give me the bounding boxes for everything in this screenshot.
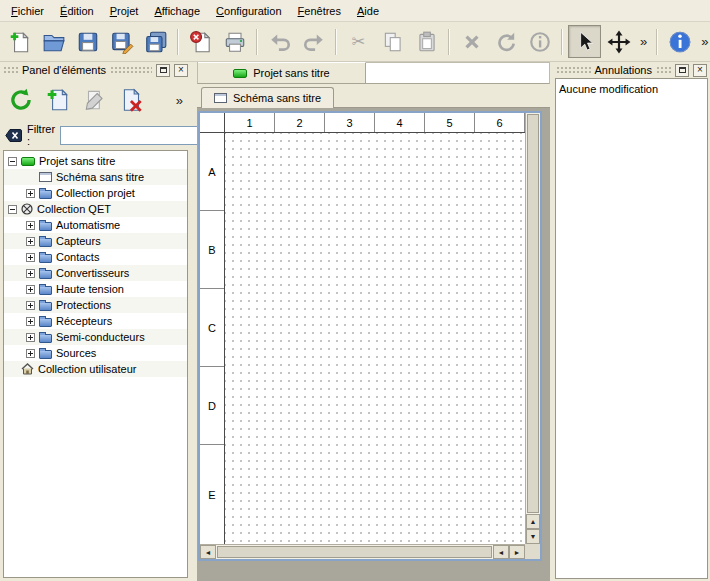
expand-icon[interactable] (26, 269, 35, 278)
menu-projet[interactable]: Projet (103, 2, 146, 20)
dock-grip[interactable] (656, 66, 671, 74)
tree-item-convertisseurs[interactable]: Convertisseurs (4, 265, 187, 281)
close-file-button[interactable] (184, 25, 217, 58)
filter-input[interactable] (60, 126, 210, 145)
open-folder-icon (42, 30, 66, 54)
help-toolbar-overflow-chevron[interactable]: » (697, 34, 710, 49)
elements-panel-dock: Panel d'éléments × (0, 62, 191, 581)
toolbar-separator (177, 29, 179, 55)
horizontal-scroll-thumb[interactable] (217, 546, 492, 558)
diagram-canvas[interactable] (225, 133, 525, 544)
save-button[interactable] (71, 25, 104, 58)
collapse-icon[interactable] (8, 157, 17, 166)
clear-filter-icon[interactable] (5, 128, 22, 143)
main-area: Panel d'éléments × (0, 62, 710, 581)
open-project-button[interactable] (37, 25, 70, 58)
folder-icon (39, 334, 52, 343)
pan-mode-button[interactable] (602, 25, 635, 58)
tree-item-protections[interactable]: Protections (4, 297, 187, 313)
expand-icon[interactable] (26, 189, 35, 198)
select-mode-button[interactable] (568, 25, 601, 58)
menu-edition[interactable]: Édition (53, 2, 101, 20)
close-dock-button[interactable]: × (174, 64, 188, 77)
tree-item-contacts[interactable]: Contacts (4, 249, 187, 265)
info-gray-icon (528, 30, 552, 54)
menu-configuration[interactable]: Configuration (209, 2, 288, 20)
copy-button[interactable] (376, 25, 409, 58)
reload-collections-button[interactable] (4, 83, 38, 117)
float-dock-button[interactable] (675, 64, 689, 77)
scroll-down-button[interactable]: ▼ (526, 529, 540, 544)
menu-fenetres[interactable]: Fenêtres (291, 2, 348, 20)
expand-icon[interactable] (26, 317, 35, 326)
tree-item-haute-tension[interactable]: Haute tension (4, 281, 187, 297)
tree-item-collection-projet[interactable]: Collection projet (4, 185, 187, 201)
expand-icon[interactable] (26, 333, 35, 342)
rotate-button[interactable] (489, 25, 522, 58)
edit-element-button[interactable] (78, 83, 112, 117)
redo-button[interactable] (297, 25, 330, 58)
copy-icon (381, 30, 405, 54)
element-info-button[interactable] (523, 25, 556, 58)
new-element-icon (45, 87, 71, 113)
tree-item-sources[interactable]: Sources (4, 345, 187, 361)
print-icon (223, 30, 247, 54)
tree-item-recepteurs[interactable]: Récepteurs (4, 313, 187, 329)
vertical-scroll-thumb[interactable] (527, 114, 539, 513)
folder-icon (39, 238, 52, 247)
new-element-button[interactable] (41, 83, 75, 117)
save-as-button[interactable] (105, 25, 138, 58)
cut-button[interactable]: ✂ (342, 25, 375, 58)
save-all-button[interactable] (139, 25, 172, 58)
paste-button[interactable] (410, 25, 443, 58)
scroll-left-button[interactable]: ◄ (200, 545, 216, 559)
expand-icon[interactable] (26, 237, 35, 246)
qet-collection-icon (21, 203, 33, 215)
undo-button[interactable] (263, 25, 296, 58)
schema-tab-icon (214, 93, 227, 103)
toolbar-overflow-chevron[interactable]: » (636, 34, 651, 49)
print-button[interactable] (218, 25, 251, 58)
tab-schema[interactable]: Schéma sans titre (201, 87, 334, 108)
rotate-icon (494, 30, 518, 54)
schema-tabbar: Schéma sans titre (197, 84, 550, 108)
expand-icon[interactable] (26, 285, 35, 294)
tree-item-collection-qet[interactable]: Collection QET (4, 201, 187, 217)
panel-toolbar-overflow-chevron[interactable]: » (172, 93, 187, 108)
about-button[interactable] (663, 25, 696, 58)
dock-grip[interactable] (556, 66, 591, 74)
expand-icon[interactable] (26, 221, 35, 230)
menu-aide[interactable]: Aide (350, 2, 386, 20)
folder-icon (39, 222, 52, 231)
tree-item-automatisme[interactable]: Automatisme (4, 217, 187, 233)
close-file-icon (189, 30, 213, 54)
undo-list-item[interactable]: Aucune modification (559, 81, 704, 96)
expand-icon[interactable] (26, 349, 35, 358)
scroll-right-button[interactable]: ► (509, 545, 525, 559)
menu-fichier[interactable]: Fichier (4, 2, 51, 20)
new-project-button[interactable] (3, 25, 36, 58)
dock-grip[interactable] (3, 66, 18, 74)
menu-affichage[interactable]: Affichage (147, 2, 207, 20)
tree-item-projet-sans-titre[interactable]: Projet sans titre (4, 153, 187, 169)
delete-element-button[interactable] (115, 83, 149, 117)
dock-grip[interactable] (110, 66, 152, 74)
horizontal-scrollbar[interactable]: ◄ ◄ ► (200, 544, 525, 559)
collapse-icon[interactable] (8, 205, 17, 214)
close-dock-button[interactable]: × (693, 64, 707, 77)
delete-button[interactable] (455, 25, 488, 58)
tree-item-capteurs[interactable]: Capteurs (4, 233, 187, 249)
expand-icon[interactable] (26, 301, 35, 310)
expand-icon[interactable] (26, 253, 35, 262)
scroll-up-button[interactable]: ▲ (526, 514, 540, 529)
ruler-row: E (200, 445, 224, 544)
tree-item-semi-conducteurs[interactable]: Semi-conducteurs (4, 329, 187, 345)
scroll-left-button-2[interactable]: ◄ (493, 545, 509, 559)
float-dock-button[interactable] (156, 64, 170, 77)
tree-item-collection-utilisateur[interactable]: Collection utilisateur (4, 361, 187, 377)
elements-panel-title: Panel d'éléments (22, 64, 106, 76)
tab-project[interactable]: Projet sans titre (198, 62, 366, 83)
project-icon (21, 157, 35, 166)
vertical-scrollbar[interactable]: ▲ ▼ (525, 113, 540, 544)
tree-item-schema-sans-titre[interactable]: Schéma sans titre (4, 169, 187, 185)
